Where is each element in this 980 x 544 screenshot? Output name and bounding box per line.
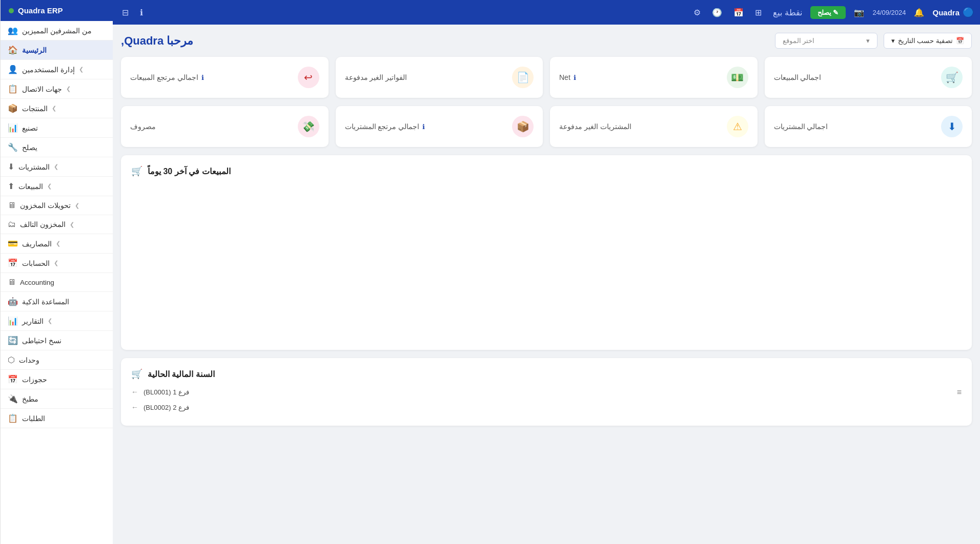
card-total-purchases[interactable]: ⬇ اجمالي المشتريات <box>765 106 972 147</box>
sidebar-item-units[interactable]: وحدات⬡ <box>1 350 113 370</box>
sidebar-item-inventory-transfers[interactable]: ❯تحويلات المخزون🖥 <box>1 196 113 215</box>
card-purchase-returns[interactable]: 📦 ℹ اجمالي مرتجع المشتريات <box>336 106 543 147</box>
card-net-sales[interactable]: 💵 ℹ Net <box>550 57 758 98</box>
sidebar-item-kitchen[interactable]: مطبخ🔌 <box>1 389 113 409</box>
pos-btn-label: نقطة بيع <box>773 8 802 17</box>
sidebar-item-expenses-menu[interactable]: ❯المصاريف💳 <box>1 234 113 254</box>
sidebar-item-manufacturing[interactable]: تصنيع📊 <box>1 118 113 138</box>
sidebar-label-repair: يصلح <box>22 143 37 152</box>
card-sales-returns[interactable]: ↩ ℹ اجمالي مرتجع المبيعات <box>121 57 329 98</box>
calendar-icon: 📅 <box>956 37 964 45</box>
calendar-btn[interactable]: 📅 <box>730 6 747 19</box>
chevron-down-icon-loc: ▾ <box>866 37 870 45</box>
unpaid-purchases-icon: ⚠ <box>727 116 748 137</box>
settings-btn[interactable]: ⚙ <box>690 6 704 19</box>
camera-btn[interactable]: 📷 <box>851 6 867 19</box>
sales-returns-info-icon: ℹ <box>201 74 204 81</box>
sidebar-item-home[interactable]: الرئيسية🏠 <box>1 40 113 60</box>
filter-btn[interactable]: 📅 تصفية حسب التاريخ ▾ <box>884 33 972 49</box>
purchase-returns-label-group: ℹ اجمالي مرتجع المشتريات <box>345 122 425 131</box>
info-btn[interactable]: ℹ <box>137 6 146 19</box>
sales-returns-icon: ↩ <box>298 67 319 88</box>
sidebar-item-contacts[interactable]: ❯جهات الاتصال📋 <box>1 79 113 99</box>
fiscal-section: السنة المالية الحالية 🛒 ≡ فرع 1 (BL0001)… <box>121 358 972 426</box>
chevron-icon-damaged-inventory: ❯ <box>70 221 74 228</box>
sidebar-item-repair[interactable]: يصلح🔧 <box>1 138 113 157</box>
fiscal-cart-icon: 🛒 <box>131 368 142 380</box>
sidebar-label-inventory-transfers: تحويلات المخزون <box>20 201 71 210</box>
sidebar-icon-kitchen: 🔌 <box>8 394 18 404</box>
chevron-icon-expenses-menu: ❯ <box>56 240 60 247</box>
sidebar-icon-accounts: 📅 <box>8 258 18 268</box>
fiscal-row-2-label: فرع 2 (BL0002) <box>144 404 189 411</box>
sidebar-icon-manufacturing: 📊 <box>8 123 18 133</box>
panel-toggle-btn[interactable]: ⊟ <box>119 6 132 19</box>
chevron-icon-purchases: ❯ <box>54 163 58 170</box>
sidebar-item-reservations[interactable]: حجوزات📅 <box>1 370 113 389</box>
sidebar-icon-backup: 🔄 <box>8 336 18 345</box>
sidebar-item-orders[interactable]: الطلبات📋 <box>1 409 113 428</box>
sidebar-label-contacts: جهات الاتصال <box>22 85 62 93</box>
fiscal-menu-icon[interactable]: ≡ <box>957 388 962 397</box>
sidebar-item-subscribers[interactable]: من المشرفين المميزين👥 <box>1 21 113 40</box>
chevron-icon-users: ❯ <box>79 66 84 73</box>
net-info-icon: ℹ <box>574 74 576 81</box>
total-sales-icon: 🛒 <box>941 67 963 88</box>
location-placeholder: اختر الموقع <box>783 37 815 45</box>
fiscal-title: السنة المالية الحالية <box>148 369 215 379</box>
fiscal-content: ≡ فرع 1 (BL0001) ← فرع 2 (BL0002) ← <box>131 388 962 415</box>
sidebar-item-products[interactable]: ❯المنتجات📦 <box>1 99 113 118</box>
sidebar-icon-products: 📦 <box>8 103 18 113</box>
sidebar-label-backup: نسخ احتياطى <box>22 337 62 345</box>
pos-btn[interactable]: نقطة بيع <box>770 6 805 19</box>
net-sales-icon: 💵 <box>727 67 748 88</box>
grid-btn[interactable]: ⊞ <box>752 6 765 19</box>
sidebar-icon-units: ⬡ <box>8 355 15 365</box>
sidebar-item-users[interactable]: ❯إدارة المستخدمين👤 <box>1 60 113 79</box>
sidebar-item-sales[interactable]: ❯المبيعات⬆ <box>1 177 113 196</box>
chevron-icon-sales: ❯ <box>47 183 52 190</box>
notifications-btn[interactable]: 🔔 <box>911 6 927 19</box>
sidebar-label-users: إدارة المستخدمين <box>22 66 75 74</box>
total-purchases-label: اجمالي المشتريات <box>774 122 828 131</box>
fiscal-row-2: فرع 2 (BL0002) ← <box>131 403 189 411</box>
net-label-group: ℹ Net <box>559 73 576 81</box>
clock-btn[interactable]: 🕐 <box>709 6 725 19</box>
card-expenses[interactable]: 💸 مصروف <box>121 106 329 147</box>
sidebar-label-sales: المبيعات <box>18 182 43 191</box>
sidebar-item-reports[interactable]: ❯التقارير📊 <box>1 311 113 331</box>
sidebar-label-home: الرئيسية <box>22 46 47 54</box>
sidebar-item-ai-assistant[interactable]: المساعدة الذكية🤖 <box>1 292 113 311</box>
chevron-icon-accounts: ❯ <box>54 260 58 266</box>
sidebar-item-accounts[interactable]: ❯الحسابات📅 <box>1 254 113 273</box>
sidebar-item-damaged-inventory[interactable]: ❯المخزون التالف🗂 <box>1 215 113 234</box>
sidebar-item-accounting[interactable]: Accounting🖥 <box>1 273 113 292</box>
expenses-label: مصروف <box>130 122 156 131</box>
sidebar-icon-expenses-menu: 💳 <box>8 239 18 248</box>
brand-name: Quadra <box>932 8 959 17</box>
total-sales-label: اجمالي المبيعات <box>774 73 822 81</box>
chart-header: المبيعات في آخر 30 يوماً 🛒 <box>131 165 962 177</box>
sidebar-icon-reservations: 📅 <box>8 374 18 384</box>
sidebar-label-expenses-menu: المصاريف <box>22 240 52 248</box>
sidebar-icon-inventory-transfers: 🖥 <box>8 201 16 210</box>
card-total-sales[interactable]: 🛒 اجمالي المبيعات <box>765 57 972 98</box>
card-unpaid-purchases[interactable]: ⚠ المشتريات الغير مدفوعة <box>550 106 758 147</box>
sidebar-item-purchases[interactable]: ❯المشتريات⬇ <box>1 157 113 177</box>
sidebar-icon-damaged-inventory: 🗂 <box>8 220 16 229</box>
location-select[interactable]: ▾ اختر الموقع <box>775 33 877 49</box>
sidebar-label-units: وحدات <box>19 356 39 364</box>
sidebar-label-purchases: المشتريات <box>18 163 50 171</box>
sidebar-icon-purchases: ⬇ <box>8 162 14 172</box>
sidebar-title: Quadra ERP <box>18 6 63 15</box>
purchase-returns-icon: 📦 <box>512 116 534 137</box>
fix-btn[interactable]: ✎ يصلح <box>810 6 846 19</box>
unpaid-invoices-icon: 📄 <box>512 67 534 88</box>
sales-returns-label: اجمالي مرتجع المبيعات <box>130 73 198 81</box>
welcome-text: مرحبا Quadra, <box>121 34 193 48</box>
card-unpaid-invoices[interactable]: 📄 الفواتير الغير مدفوعة <box>336 57 543 98</box>
total-purchases-icon: ⬇ <box>941 116 963 137</box>
sidebar-label-damaged-inventory: المخزون التالف <box>20 220 66 228</box>
sidebar-item-backup[interactable]: نسخ احتياطى🔄 <box>1 331 113 350</box>
sidebar-label-accounts: الحسابات <box>22 259 50 267</box>
